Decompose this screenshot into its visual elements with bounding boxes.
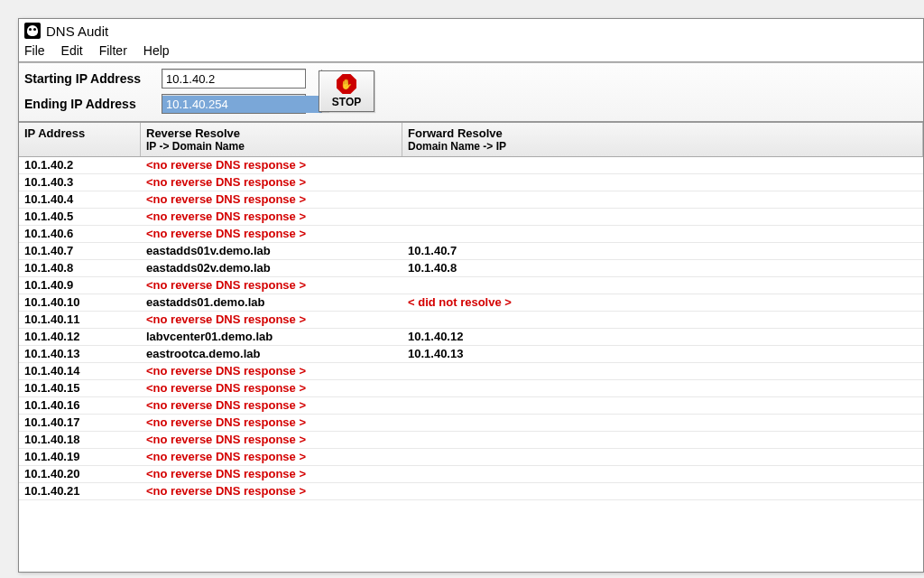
grid-header: IP Address Reverse Resolve IP -> Domain … xyxy=(19,123,923,157)
cell-forward: 10.1.40.8 xyxy=(402,260,923,276)
cell-reverse: <no reverse DNS response > xyxy=(141,209,402,225)
cell-reverse: eastrootca.demo.lab xyxy=(141,346,402,362)
cell-reverse: <no reverse DNS response > xyxy=(141,397,402,414)
cell-ip: 10.1.40.11 xyxy=(19,312,141,328)
cell-ip: 10.1.40.7 xyxy=(19,243,141,259)
cell-reverse: <no reverse DNS response > xyxy=(141,432,402,448)
cell-ip: 10.1.40.4 xyxy=(19,191,141,208)
table-row[interactable]: 10.1.40.10eastadds01.demo.lab< did not r… xyxy=(19,294,923,312)
cell-forward xyxy=(402,226,923,242)
table-row[interactable]: 10.1.40.14<no reverse DNS response > xyxy=(19,363,923,380)
cell-forward xyxy=(402,415,923,431)
stop-icon: ✋ xyxy=(337,74,356,94)
cell-forward xyxy=(402,432,923,448)
title-bar: DNS Audit xyxy=(19,19,923,42)
cell-ip: 10.1.40.5 xyxy=(19,209,141,225)
window-title: DNS Audit xyxy=(46,23,108,39)
menu-file[interactable]: File xyxy=(24,43,45,58)
cell-forward xyxy=(402,449,923,465)
cell-forward xyxy=(402,380,923,396)
cell-reverse: <no reverse DNS response > xyxy=(141,363,402,379)
cell-ip: 10.1.40.9 xyxy=(19,277,141,294)
table-row[interactable]: 10.1.40.19<no reverse DNS response > xyxy=(19,449,923,466)
table-row[interactable]: 10.1.40.15<no reverse DNS response > xyxy=(19,380,923,397)
cell-reverse: eastadds02v.demo.lab xyxy=(141,260,402,276)
cell-reverse: <no reverse DNS response > xyxy=(141,380,402,396)
start-ip-input[interactable] xyxy=(162,70,321,88)
cell-ip: 10.1.40.14 xyxy=(19,363,141,379)
cell-reverse: <no reverse DNS response > xyxy=(141,191,402,208)
cell-ip: 10.1.40.18 xyxy=(19,432,141,448)
app-window: DNS Audit File Edit Filter Help Starting… xyxy=(18,18,924,573)
end-ip-input[interactable] xyxy=(162,96,321,113)
table-row[interactable]: 10.1.40.8eastadds02v.demo.lab10.1.40.8 xyxy=(19,260,923,277)
col-header-ip[interactable]: IP Address xyxy=(19,123,141,156)
cell-reverse: labvcenter01.demo.lab xyxy=(141,329,402,345)
col-header-forward-main: Forward Resolve xyxy=(408,126,503,140)
cell-reverse: eastadds01.demo.lab xyxy=(141,294,402,311)
cell-reverse: <no reverse DNS response > xyxy=(141,174,402,191)
cell-ip: 10.1.40.8 xyxy=(19,260,141,276)
cell-forward: < did not resolve > xyxy=(402,294,923,311)
cell-ip: 10.1.40.2 xyxy=(19,157,141,173)
cell-ip: 10.1.40.12 xyxy=(19,329,141,345)
menu-help[interactable]: Help xyxy=(143,43,170,58)
col-header-reverse[interactable]: Reverse Resolve IP -> Domain Name xyxy=(141,123,402,156)
col-header-forward[interactable]: Forward Resolve Domain Name -> IP xyxy=(402,123,923,156)
table-row[interactable]: 10.1.40.3<no reverse DNS response > xyxy=(19,174,923,191)
table-row[interactable]: 10.1.40.11<no reverse DNS response > xyxy=(19,312,923,329)
cell-forward xyxy=(402,191,923,208)
cell-forward xyxy=(402,397,923,414)
col-header-forward-sub: Domain Name -> IP xyxy=(408,140,917,153)
start-ip-label: Starting IP Address xyxy=(24,71,158,86)
grid-body: 10.1.40.2<no reverse DNS response >10.1.… xyxy=(19,157,923,500)
table-row[interactable]: 10.1.40.9<no reverse DNS response > xyxy=(19,277,923,294)
cell-ip: 10.1.40.17 xyxy=(19,415,141,431)
col-header-reverse-sub: IP -> Domain Name xyxy=(146,140,396,153)
cell-forward xyxy=(402,483,923,499)
table-row[interactable]: 10.1.40.7eastadds01v.demo.lab10.1.40.7 xyxy=(19,243,923,260)
cell-forward: 10.1.40.7 xyxy=(402,243,923,259)
cell-ip: 10.1.40.15 xyxy=(19,380,141,396)
cell-reverse: <no reverse DNS response > xyxy=(141,483,402,499)
cell-reverse: <no reverse DNS response > xyxy=(141,312,402,328)
col-header-reverse-main: Reverse Resolve xyxy=(146,126,240,140)
cell-ip: 10.1.40.21 xyxy=(19,483,141,499)
table-row[interactable]: 10.1.40.5<no reverse DNS response > xyxy=(19,209,923,226)
end-ip-combo[interactable] xyxy=(162,94,306,114)
stop-button-label: STOP xyxy=(332,96,361,108)
cell-reverse: <no reverse DNS response > xyxy=(141,449,402,465)
cell-ip: 10.1.40.16 xyxy=(19,397,141,414)
table-row[interactable]: 10.1.40.4<no reverse DNS response > xyxy=(19,191,923,209)
cell-reverse: <no reverse DNS response > xyxy=(141,277,402,294)
cell-forward xyxy=(402,312,923,328)
start-ip-combo[interactable] xyxy=(162,69,306,89)
table-row[interactable]: 10.1.40.6<no reverse DNS response > xyxy=(19,226,923,243)
table-row[interactable]: 10.1.40.18<no reverse DNS response > xyxy=(19,432,923,449)
menu-edit[interactable]: Edit xyxy=(61,43,83,58)
cell-forward xyxy=(402,466,923,482)
cell-reverse: <no reverse DNS response > xyxy=(141,466,402,482)
stop-button[interactable]: ✋ STOP xyxy=(319,70,374,112)
table-row[interactable]: 10.1.40.21<no reverse DNS response > xyxy=(19,483,923,500)
cell-ip: 10.1.40.20 xyxy=(19,466,141,482)
cell-forward xyxy=(402,363,923,379)
menu-filter[interactable]: Filter xyxy=(99,43,127,58)
toolbar: Starting IP Address Ending IP Address xyxy=(19,63,923,123)
table-row[interactable]: 10.1.40.2<no reverse DNS response > xyxy=(19,157,923,174)
table-row[interactable]: 10.1.40.16<no reverse DNS response > xyxy=(19,397,923,415)
table-row[interactable]: 10.1.40.17<no reverse DNS response > xyxy=(19,415,923,432)
cell-ip: 10.1.40.10 xyxy=(19,294,141,311)
cell-reverse: <no reverse DNS response > xyxy=(141,415,402,431)
menu-bar: File Edit Filter Help xyxy=(19,42,923,61)
table-row[interactable]: 10.1.40.12labvcenter01.demo.lab10.1.40.1… xyxy=(19,329,923,346)
cell-forward xyxy=(402,277,923,294)
cell-reverse: <no reverse DNS response > xyxy=(141,226,402,242)
cell-ip: 10.1.40.19 xyxy=(19,449,141,465)
table-row[interactable]: 10.1.40.20<no reverse DNS response > xyxy=(19,466,923,483)
cell-forward xyxy=(402,157,923,173)
cell-reverse: eastadds01v.demo.lab xyxy=(141,243,402,259)
table-row[interactable]: 10.1.40.13eastrootca.demo.lab10.1.40.13 xyxy=(19,346,923,363)
cell-forward: 10.1.40.13 xyxy=(402,346,923,362)
cell-forward xyxy=(402,174,923,191)
